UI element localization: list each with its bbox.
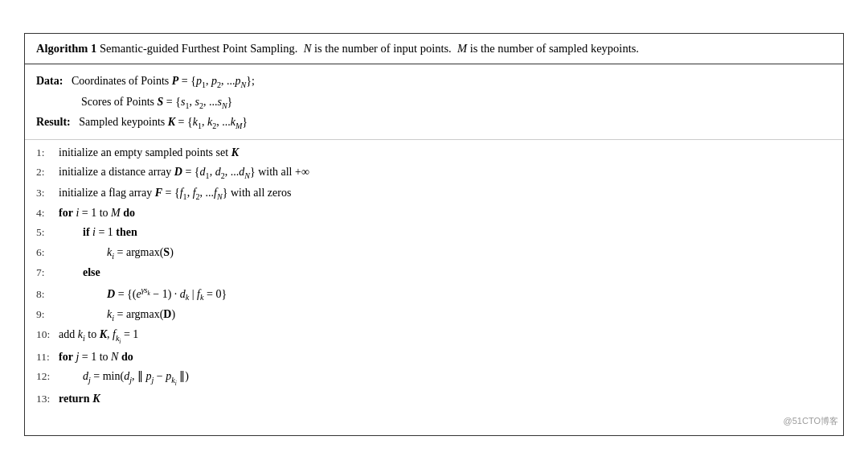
step-content-7: else bbox=[59, 263, 832, 283]
step-11: 11: for j = 1 to N do bbox=[36, 348, 832, 368]
step-num-13: 13: bbox=[36, 389, 59, 409]
step-num-12: 12: bbox=[36, 367, 59, 386]
step-content-6: ki = argmax(S) bbox=[59, 243, 832, 263]
step-content-1: initialize an empty sampled points set K bbox=[59, 143, 832, 163]
step-content-11: for j = 1 to N do bbox=[59, 348, 832, 368]
step-num-1: 1: bbox=[36, 143, 59, 163]
data-line2: Scores of Points S = {s1, s2, ...sN} bbox=[36, 93, 832, 113]
step-content-3: initialize a flag array F = {f1, f2, ...… bbox=[59, 183, 832, 204]
step-6: 6: ki = argmax(S) bbox=[36, 243, 832, 263]
step-7: 7: else bbox=[36, 263, 832, 283]
step-4: 4: for i = 1 to M do bbox=[36, 204, 832, 224]
step-num-8: 8: bbox=[36, 285, 59, 304]
step-content-2: initialize a distance array D = {d1, d2,… bbox=[59, 163, 832, 183]
step-content-9: ki = argmax(D) bbox=[59, 305, 832, 325]
step-num-2: 2: bbox=[36, 163, 59, 182]
step-13: 13: return K bbox=[36, 389, 832, 409]
step-content-4: for i = 1 to M do bbox=[59, 204, 832, 224]
step-1: 1: initialize an empty sampled points se… bbox=[36, 143, 832, 163]
step-12: 12: dj = min(dj, ‖ pj − pki ‖) bbox=[36, 367, 832, 389]
result-line: Result: Sampled keypoints K = {k1, k2, .… bbox=[36, 113, 832, 133]
step-3: 3: initialize a flag array F = {f1, f2, … bbox=[36, 183, 832, 204]
step-num-4: 4: bbox=[36, 204, 59, 223]
step-num-9: 9: bbox=[36, 305, 59, 324]
step-num-6: 6: bbox=[36, 243, 59, 262]
step-9: 9: ki = argmax(D) bbox=[36, 305, 832, 325]
step-content-10: add ki to K, fki = 1 bbox=[59, 325, 832, 348]
step-8: 8: D = {(eγsk − 1) · dk | fk = 0} bbox=[36, 283, 832, 305]
watermark: @51CTO博客 bbox=[25, 415, 843, 429]
step-content-12: dj = min(dj, ‖ pj − pki ‖) bbox=[59, 367, 832, 389]
step-5: 5: if i = 1 then bbox=[36, 223, 832, 243]
step-num-3: 3: bbox=[36, 183, 59, 203]
step-num-7: 7: bbox=[36, 263, 59, 282]
algorithm-title-bar: Algorithm 1 Semantic-guided Furthest Poi… bbox=[25, 34, 843, 65]
step-2: 2: initialize a distance array D = {d1, … bbox=[36, 163, 832, 183]
data-result-section: Data: Coordinates of Points P = {p1, p2,… bbox=[25, 68, 843, 139]
algorithm-title: Algorithm 1 Semantic-guided Furthest Poi… bbox=[36, 42, 639, 55]
step-content-13: return K bbox=[59, 389, 832, 409]
algorithm-box: Algorithm 1 Semantic-guided Furthest Poi… bbox=[24, 33, 844, 437]
step-10: 10: add ki to K, fki = 1 bbox=[36, 325, 832, 348]
algorithm-steps: 1: initialize an empty sampled points se… bbox=[25, 140, 843, 416]
data-label: Data: bbox=[36, 75, 63, 87]
data-line: Data: Coordinates of Points P = {p1, p2,… bbox=[36, 72, 832, 92]
result-label: Result: bbox=[36, 116, 71, 128]
step-content-5: if i = 1 then bbox=[59, 223, 832, 243]
step-num-5: 5: bbox=[36, 223, 59, 242]
step-num-11: 11: bbox=[36, 348, 59, 367]
step-num-10: 10: bbox=[36, 325, 59, 344]
algorithm-body: Data: Coordinates of Points P = {p1, p2,… bbox=[25, 64, 843, 435]
step-content-8: D = {(eγsk − 1) · dk | fk = 0} bbox=[59, 283, 832, 305]
